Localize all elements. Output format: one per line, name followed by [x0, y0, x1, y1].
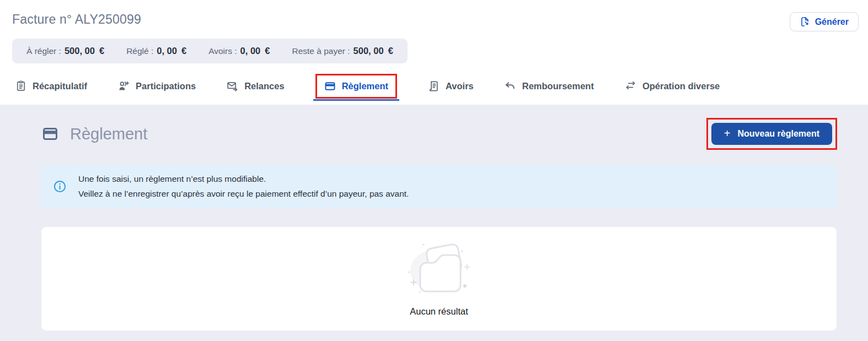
empty-folder-icon	[405, 241, 473, 300]
tab-remboursement[interactable]: Remboursement	[505, 80, 594, 92]
tabs-bar: Récapitulatif Participations	[0, 72, 868, 100]
tab-label: Relances	[244, 81, 284, 91]
summary-item: Réglé :0, 00€	[126, 46, 186, 56]
person-add-icon	[118, 80, 130, 92]
transfer-arrows-icon	[625, 80, 636, 92]
section-title-wrap: Règlement	[41, 125, 147, 143]
plus-icon: +	[724, 128, 731, 139]
summary-item-currency: €	[388, 46, 393, 56]
summary-item: À régler :500, 00€	[26, 46, 104, 56]
summary-item-value: 500, 00	[65, 46, 95, 56]
new-payment-button[interactable]: + Nouveau règlement	[711, 123, 832, 145]
new-payment-button-label: Nouveau règlement	[738, 129, 819, 139]
tab-label: Règlement	[342, 81, 388, 91]
summary-item: Avoirs :0, 00€	[208, 46, 270, 56]
generate-document-icon	[800, 17, 810, 27]
summary-bar: À régler :500, 00€ Réglé :0, 00€ Avoirs …	[12, 39, 408, 63]
summary-item-currency: €	[181, 46, 186, 56]
tab-label: Remboursement	[522, 81, 594, 91]
page-title: Facture n° ALY250099	[12, 12, 141, 27]
section-title: Règlement	[70, 125, 147, 143]
tab-label: Opération diverse	[642, 81, 720, 91]
summary-item: Reste à payer :500, 00€	[292, 46, 393, 56]
reglement-panel: Règlement + Nouveau règlement Une fois s…	[0, 105, 868, 341]
tab-recapitulatif[interactable]: Récapitulatif	[15, 80, 87, 91]
summary-item-label: Réglé :	[126, 46, 153, 56]
receipt-icon	[428, 80, 440, 92]
active-tab-underline	[313, 99, 399, 101]
summary-item-label: Reste à payer :	[292, 46, 350, 56]
results-card: Aucun résultat	[41, 226, 837, 331]
generate-button[interactable]: Générer	[790, 12, 859, 31]
summary-item-value: 0, 00	[240, 46, 261, 56]
tab-label: Participations	[136, 81, 196, 91]
clipboard-icon	[15, 80, 26, 91]
envelope-send-icon	[227, 80, 238, 92]
summary-item-label: À régler :	[26, 46, 61, 56]
highlight-box-new-payment: + Nouveau règlement	[706, 118, 837, 150]
summary-item-label: Avoirs :	[208, 46, 237, 56]
highlight-box-reglement-tab: Règlement	[315, 74, 397, 99]
tab-operation-diverse[interactable]: Opération diverse	[625, 80, 720, 92]
summary-item-currency: €	[99, 46, 104, 56]
info-banner: Une fois saisi, un règlement n’est plus …	[41, 165, 837, 208]
summary-item-currency: €	[265, 46, 270, 56]
tab-reglement[interactable]: Règlement	[324, 80, 388, 92]
info-line-2: Veillez à ne l’enregistrer qu’après avoi…	[78, 187, 409, 202]
tab-label: Avoirs	[446, 81, 474, 91]
empty-state-message: Aucun résultat	[410, 306, 468, 317]
credit-card-large-icon	[41, 126, 60, 142]
tab-relances[interactable]: Relances	[227, 80, 284, 92]
summary-item-value: 0, 00	[157, 46, 177, 56]
title-row: Facture n° ALY250099 Générer	[0, 0, 868, 31]
tab-participations[interactable]: Participations	[118, 80, 196, 92]
info-text: Une fois saisi, un règlement n’est plus …	[78, 172, 409, 201]
section-header: Règlement + Nouveau règlement	[41, 118, 837, 150]
tab-label: Récapitulatif	[33, 81, 87, 91]
credit-card-icon	[324, 80, 336, 92]
info-icon	[41, 180, 78, 193]
undo-arrow-icon	[505, 80, 516, 92]
summary-item-value: 500, 00	[353, 46, 384, 56]
page-header: Facture n° ALY250099 Générer À régler :5…	[0, 0, 868, 105]
info-line-1: Une fois saisi, un règlement n’est plus …	[78, 172, 409, 187]
generate-button-label: Générer	[815, 17, 849, 27]
tab-avoirs[interactable]: Avoirs	[428, 80, 474, 92]
